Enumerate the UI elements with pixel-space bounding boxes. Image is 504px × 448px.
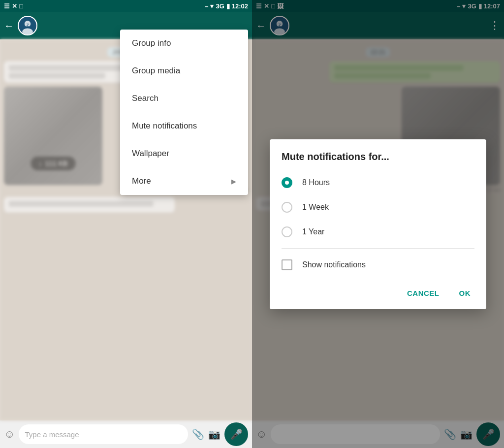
mute-icon: –	[205, 2, 208, 10]
menu-item-group-media[interactable]: Group media	[120, 57, 248, 85]
download-badge[interactable]: ↓ 111 KB	[31, 157, 76, 170]
message-input-left[interactable]: Type a message	[19, 424, 188, 444]
dialog-actions: CANCEL OK	[270, 277, 486, 309]
status-bar-left: ☰ ✕ □ – ▾ 3G ▮ 12:02	[0, 0, 252, 12]
network-label: 3G	[216, 2, 224, 10]
dialog-divider	[282, 248, 474, 249]
mute-dialog: Mute notifications for... 8 Hours 1 Week…	[270, 139, 486, 309]
placeholder-text: Type a message	[25, 430, 79, 439]
menu-icon: ☰	[4, 2, 10, 10]
status-bar-right-icons: – ▾ 3G ▮ 12:02	[205, 2, 248, 10]
radio-8hours-label: 8 Hours	[302, 178, 330, 187]
radio-1week-circle	[282, 202, 292, 213]
right-panel: ☰ ✕ □ 🖼 – ▾ 3G ▮ 12:07 ← Z ⋮ 22:2	[252, 0, 504, 448]
message-bubble-2	[4, 197, 175, 213]
dropdown-menu: Group info Group media Search Mute notif…	[120, 30, 248, 195]
attachment-icon[interactable]: 📎	[192, 428, 204, 440]
radio-1year-label: 1 Year	[302, 227, 324, 236]
battery-icon: ▮	[226, 2, 230, 10]
menu-item-mute[interactable]: Mute notifications	[120, 112, 248, 140]
camera-icon[interactable]: 📷	[208, 428, 220, 440]
menu-item-search[interactable]: Search	[120, 85, 248, 112]
avatar-left: Z	[18, 16, 37, 35]
emoji-icon[interactable]: ☺	[4, 428, 15, 441]
chevron-right-icon: ▶	[231, 178, 236, 185]
checkbox-box	[282, 259, 292, 270]
wifi-icon: ▾	[210, 2, 214, 10]
dialog-overlay: Mute notifications for... 8 Hours 1 Week…	[252, 0, 504, 448]
x-icon: ✕	[12, 2, 17, 10]
input-bar-left: ☺ Type a message 📎 📷 🎤	[0, 420, 252, 448]
image-message: ↓ 111 KB	[4, 87, 102, 185]
mic-button-left[interactable]: 🎤	[224, 422, 248, 446]
checkbox-label: Show notifications	[302, 260, 366, 269]
radio-8hours-circle	[282, 177, 292, 188]
radio-option-8hours[interactable]: 8 Hours	[282, 170, 474, 195]
status-bar-left-icons: ☰ ✕ □	[4, 2, 23, 10]
time-left: 12:02	[232, 2, 248, 10]
dialog-title: Mute notifications for...	[270, 139, 486, 170]
svg-text:Z: Z	[26, 23, 29, 28]
download-icon: ↓	[39, 160, 42, 167]
show-notifications-checkbox[interactable]: Show notifications	[282, 253, 474, 277]
radio-1year-circle	[282, 226, 292, 237]
square-icon: □	[19, 2, 23, 10]
radio-1week-label: 1 Week	[302, 203, 329, 212]
menu-item-group-info[interactable]: Group info	[120, 30, 248, 57]
dialog-body: 8 Hours 1 Week 1 Year Show notifications	[270, 170, 486, 277]
ok-button[interactable]: OK	[451, 285, 479, 301]
cancel-button[interactable]: CANCEL	[399, 285, 447, 301]
radio-option-1year[interactable]: 1 Year	[282, 220, 474, 244]
menu-item-wallpaper[interactable]: Wallpaper	[120, 140, 248, 167]
radio-option-1week[interactable]: 1 Week	[282, 195, 474, 220]
back-button-left[interactable]: ←	[4, 20, 14, 32]
left-panel: ☰ ✕ □ – ▾ 3G ▮ 12:02 ← Z JANUARY	[0, 0, 252, 448]
menu-item-more[interactable]: More ▶	[120, 167, 248, 195]
